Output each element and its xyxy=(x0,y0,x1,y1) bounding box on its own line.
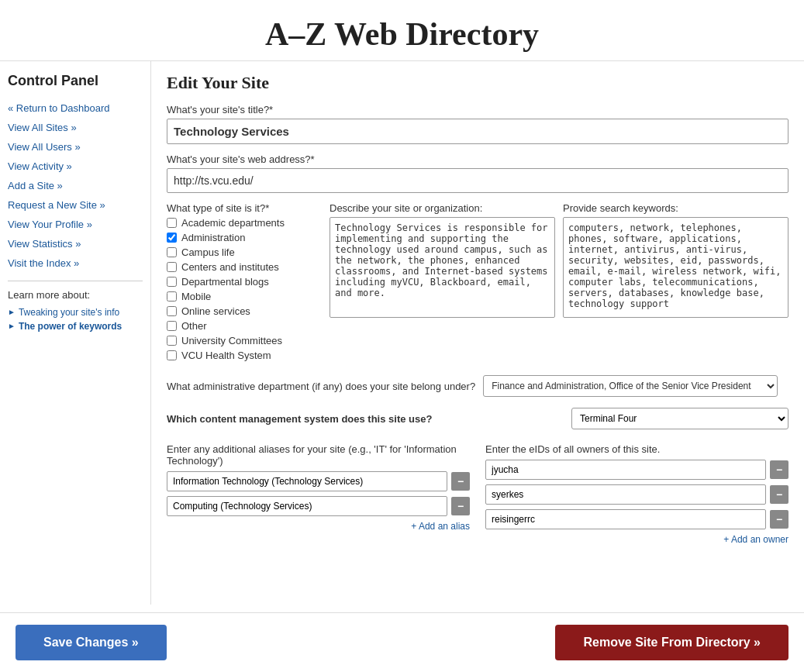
sidebar-item-view-all-users[interactable]: View All Users » xyxy=(8,137,143,157)
site-url-group: What's your site's web address?* xyxy=(167,153,788,193)
sidebar-item-view-profile[interactable]: View Your Profile » xyxy=(8,215,143,234)
site-url-label: What's your site's web address?* xyxy=(167,153,788,165)
checkbox-dept-blogs: Departmental blogs xyxy=(167,276,322,288)
checkbox-centers-input[interactable] xyxy=(167,262,177,272)
aliases-label: Enter any additional aliases for your si… xyxy=(167,443,470,467)
arrow-icon: ► xyxy=(8,308,16,316)
add-alias-link[interactable]: + Add an alias xyxy=(167,521,470,532)
sidebar-item-view-statistics[interactable]: View Statistics » xyxy=(8,234,143,253)
checkbox-academic: Academic departments xyxy=(167,217,322,229)
learn-link-keywords[interactable]: ► The power of keywords xyxy=(8,319,143,333)
description-col: Describe your site or organization: Tech… xyxy=(330,202,555,364)
site-type-label: What type of site is it?* xyxy=(167,202,322,214)
keywords-textarea[interactable]: computers, network, telephones, phones, … xyxy=(563,217,788,318)
sidebar-item-view-activity[interactable]: View Activity » xyxy=(8,157,143,176)
alias-input-2[interactable] xyxy=(167,496,447,516)
keywords-label: Provide search keywords: xyxy=(563,202,788,214)
owner-input-1[interactable] xyxy=(485,460,766,480)
checkbox-administration-input[interactable] xyxy=(167,233,177,243)
sidebar-item-request-new-site[interactable]: Request a New Site » xyxy=(8,195,143,215)
save-changes-button[interactable]: Save Changes » xyxy=(16,625,167,660)
sidebar-item-view-all-sites[interactable]: View All Sites » xyxy=(8,118,143,137)
remove-site-button[interactable]: Remove Site From Directory » xyxy=(555,625,788,660)
site-title-label: What's your site's title?* xyxy=(167,104,788,115)
control-panel-title: Control Panel xyxy=(8,73,143,89)
aliases-col: Enter any additional aliases for your si… xyxy=(167,443,470,545)
dept-label: What administrative department (if any) … xyxy=(167,381,475,392)
checkbox-academic-label: Academic departments xyxy=(181,217,285,229)
checkbox-university-committees: University Committees xyxy=(167,335,322,346)
checkbox-campus-life-label: Campus life xyxy=(181,246,235,258)
site-title-group: What's your site's title?* xyxy=(167,104,788,144)
checkbox-dept-blogs-input[interactable] xyxy=(167,277,177,287)
description-label: Describe your site or organization: xyxy=(330,202,555,214)
alias-item-2: − xyxy=(167,496,470,516)
three-col-section: What type of site is it?* Academic depar… xyxy=(167,202,788,364)
checkbox-online-input[interactable] xyxy=(167,306,177,316)
alias-item-1: − xyxy=(167,471,470,491)
description-textarea[interactable]: Technology Services is responsible for i… xyxy=(330,217,555,318)
checkbox-dept-blogs-label: Departmental blogs xyxy=(181,276,269,288)
sidebar-item-visit-index[interactable]: Visit the Index » xyxy=(8,253,143,273)
learn-link-tweaking-label: Tweaking your site's info xyxy=(19,307,119,318)
owner-item-1: − xyxy=(485,460,788,480)
learn-link-tweaking[interactable]: ► Tweaking your site's info xyxy=(8,305,143,319)
dept-select[interactable]: Finance and Administration, Office of th… xyxy=(483,375,778,397)
footer-buttons: Save Changes » Remove Site From Director… xyxy=(0,612,804,672)
checkbox-vcu-health: VCU Health System xyxy=(167,350,322,361)
sidebar-item-add-site[interactable]: Add a Site » xyxy=(8,176,143,195)
owner-input-2[interactable] xyxy=(485,484,766,505)
sidebar: Control Panel « Return to Dashboard View… xyxy=(0,61,151,605)
checkbox-centers: Centers and institutes xyxy=(167,261,322,273)
checkbox-university-committees-label: University Committees xyxy=(181,335,282,346)
main-content: Edit Your Site What's your site's title?… xyxy=(151,61,804,605)
cms-select[interactable]: Terminal Four xyxy=(571,408,788,429)
alias-input-1[interactable] xyxy=(167,471,447,491)
remove-owner-3-button[interactable]: − xyxy=(770,510,788,529)
checkbox-university-committees-input[interactable] xyxy=(167,336,177,346)
sidebar-divider xyxy=(8,281,143,281)
remove-alias-2-button[interactable]: − xyxy=(451,497,470,515)
arrow-icon-2: ► xyxy=(8,322,16,330)
edit-site-title: Edit Your Site xyxy=(167,73,788,93)
checkbox-vcu-health-label: VCU Health System xyxy=(181,350,271,361)
checkbox-centers-label: Centers and institutes xyxy=(181,261,279,273)
checkbox-other-label: Other xyxy=(181,320,207,332)
owner-item-2: − xyxy=(485,484,788,505)
checkbox-other: Other xyxy=(167,320,322,332)
site-url-input[interactable] xyxy=(167,168,788,193)
checkbox-other-input[interactable] xyxy=(167,321,177,331)
checkbox-mobile: Mobile xyxy=(167,291,322,302)
checkbox-administration-label: Administration xyxy=(181,232,245,243)
add-owner-link[interactable]: + Add an owner xyxy=(485,534,788,545)
cms-row: Which content management system does thi… xyxy=(167,408,788,429)
checkbox-mobile-input[interactable] xyxy=(167,291,177,302)
checkbox-mobile-label: Mobile xyxy=(181,291,211,302)
owners-col: Enter the eIDs of all owners of this sit… xyxy=(485,443,788,545)
checkbox-campus-life: Campus life xyxy=(167,246,322,258)
learn-more-title: Learn more about: xyxy=(8,289,143,301)
checkbox-online: Online services xyxy=(167,305,322,317)
owner-input-3[interactable] xyxy=(485,509,766,529)
keywords-col: Provide search keywords: computers, netw… xyxy=(563,202,788,364)
remove-owner-2-button[interactable]: − xyxy=(770,485,788,504)
remove-owner-1-button[interactable]: − xyxy=(770,460,788,479)
checkbox-online-label: Online services xyxy=(181,305,250,317)
site-type-col: What type of site is it?* Academic depar… xyxy=(167,202,322,364)
checkbox-administration: Administration xyxy=(167,232,322,243)
page-header: A–Z Web Directory xyxy=(0,0,804,61)
learn-link-keywords-label: The power of keywords xyxy=(19,321,122,332)
site-title-input[interactable] xyxy=(167,119,788,144)
aliases-owners-section: Enter any additional aliases for your si… xyxy=(167,443,788,545)
checkbox-vcu-health-input[interactable] xyxy=(167,350,177,360)
checkbox-academic-input[interactable] xyxy=(167,218,177,228)
checkbox-campus-life-input[interactable] xyxy=(167,247,177,257)
site-title: A–Z Web Directory xyxy=(0,16,804,53)
dept-row: What administrative department (if any) … xyxy=(167,375,788,397)
remove-alias-1-button[interactable]: − xyxy=(451,472,470,491)
sidebar-item-return-dashboard[interactable]: « Return to Dashboard xyxy=(8,98,143,118)
owner-item-3: − xyxy=(485,509,788,529)
owners-label: Enter the eIDs of all owners of this sit… xyxy=(485,443,788,455)
cms-label: Which content management system does thi… xyxy=(167,413,564,425)
